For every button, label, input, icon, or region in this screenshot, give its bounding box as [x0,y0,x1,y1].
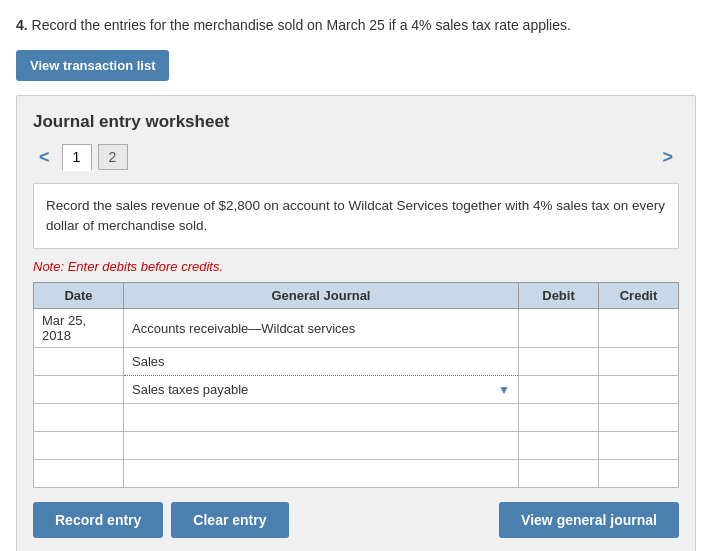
tab-1[interactable]: 1 [62,144,92,171]
journal-cell-4[interactable] [124,404,519,432]
journal-cell-6[interactable] [124,460,519,488]
date-cell-4 [34,404,124,432]
view-transaction-button[interactable]: View transaction list [16,50,169,81]
table-row [34,460,679,488]
credit-cell-3[interactable] [599,376,679,404]
tab-2[interactable]: 2 [98,144,128,170]
question-body: Record the entries for the merchandise s… [32,17,571,33]
col-credit: Credit [599,283,679,309]
view-general-journal-button[interactable]: View general journal [499,502,679,538]
journal-cell-1[interactable]: Accounts receivable—Wildcat services [124,309,519,348]
col-journal: General Journal [124,283,519,309]
debit-cell-6[interactable] [519,460,599,488]
date-cell-2 [34,348,124,376]
col-debit: Debit [519,283,599,309]
table-row [34,432,679,460]
credit-cell-2[interactable] [599,348,679,376]
credit-cell-6[interactable] [599,460,679,488]
credit-cell-1[interactable] [599,309,679,348]
journal-table: Date General Journal Debit Credit Mar 25… [33,282,679,488]
bottom-buttons: Record entry Clear entry View general jo… [33,502,679,538]
table-header-row: Date General Journal Debit Credit [34,283,679,309]
col-date: Date [34,283,124,309]
date-cell-3 [34,376,124,404]
table-row: Sales [34,348,679,376]
record-entry-button[interactable]: Record entry [33,502,163,538]
date-cell-5 [34,432,124,460]
instruction-text: Record the sales revenue of $2,800 on ac… [46,198,665,233]
credit-cell-5[interactable] [599,432,679,460]
debit-cell-2[interactable] [519,348,599,376]
table-row: Mar 25, 2018 Accounts receivable—Wildcat… [34,309,679,348]
debit-cell-5[interactable] [519,432,599,460]
dropdown-arrow-icon[interactable]: ▼ [498,383,510,397]
question-number: 4. [16,17,28,33]
debit-cell-1[interactable] [519,309,599,348]
debit-cell-3[interactable] [519,376,599,404]
debit-cell-4[interactable] [519,404,599,432]
question-text: 4. Record the entries for the merchandis… [16,16,696,36]
table-row: Sales taxes payable ▼ [34,376,679,404]
tab-navigation: < 1 2 > [33,144,679,171]
next-arrow[interactable]: > [656,145,679,170]
journal-cell-3[interactable]: Sales taxes payable ▼ [124,376,519,404]
journal-cell-2[interactable]: Sales [124,348,519,376]
date-cell-6 [34,460,124,488]
table-row [34,404,679,432]
worksheet-container: Journal entry worksheet < 1 2 > Record t… [16,95,696,551]
prev-arrow[interactable]: < [33,145,56,170]
credit-cell-4[interactable] [599,404,679,432]
instruction-box: Record the sales revenue of $2,800 on ac… [33,183,679,250]
journal-cell-5[interactable] [124,432,519,460]
date-cell-1: Mar 25, 2018 [34,309,124,348]
note-text: Note: Enter debits before credits. [33,259,679,274]
worksheet-title: Journal entry worksheet [33,112,679,132]
clear-entry-button[interactable]: Clear entry [171,502,288,538]
